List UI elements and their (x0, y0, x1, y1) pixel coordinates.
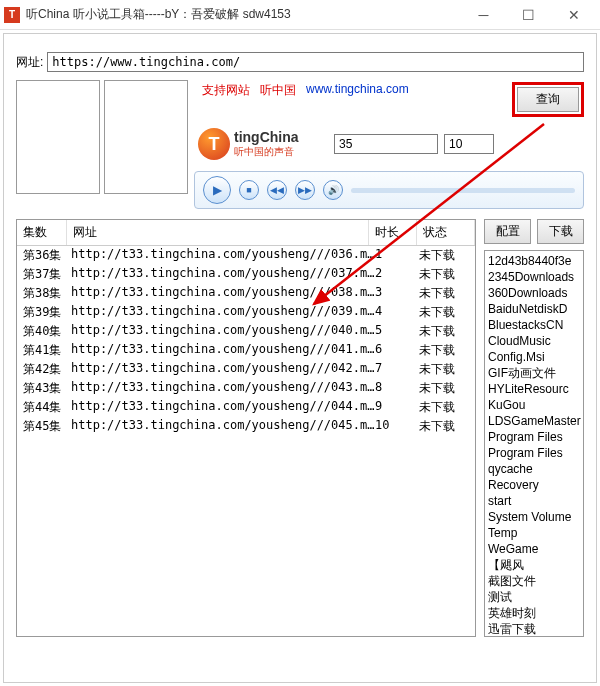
folder-item[interactable]: 12d43b8440f3e (487, 253, 581, 269)
config-button[interactable]: 配置 (484, 219, 531, 244)
query-button[interactable]: 查询 (517, 87, 579, 112)
table-row[interactable]: 第38集http://t33.tingchina.com/yousheng///… (17, 284, 475, 303)
volume-button[interactable]: 🔊 (323, 180, 343, 200)
url-input[interactable] (47, 52, 584, 72)
titlebar: T 听China 听小说工具箱-----bY：吾爱破解 sdw4153 ─ ☐ … (0, 0, 600, 30)
close-button[interactable]: ✕ (551, 1, 596, 29)
folder-item[interactable]: CloudMusic (487, 333, 581, 349)
folder-list[interactable]: 12d43b8440f3e2345Downloads360DownloadsBa… (484, 250, 584, 637)
folder-item[interactable]: 【飓风 (487, 557, 581, 573)
next-button[interactable]: ▶▶ (295, 180, 315, 200)
folder-item[interactable]: Program Files (487, 445, 581, 461)
folder-item[interactable]: 测试 (487, 589, 581, 605)
minimize-button[interactable]: ─ (461, 1, 506, 29)
media-player: ▶ ■ ◀◀ ▶▶ 🔊 (194, 171, 584, 209)
download-button[interactable]: 下载 (537, 219, 584, 244)
table-row[interactable]: 第40集http://t33.tingchina.com/yousheng///… (17, 322, 475, 341)
preview-pane-1 (16, 80, 100, 194)
folder-item[interactable]: 2345Downloads (487, 269, 581, 285)
folder-item[interactable]: BaiduNetdiskD (487, 301, 581, 317)
table-row[interactable]: 第41集http://t33.tingchina.com/yousheng///… (17, 341, 475, 360)
preview-pane-2 (104, 80, 188, 194)
folder-item[interactable]: 迅雷下载 (487, 621, 581, 637)
folder-item[interactable]: qycache (487, 461, 581, 477)
col-header-url[interactable]: 网址 (67, 220, 369, 245)
input-start[interactable] (334, 134, 438, 154)
folder-item[interactable]: Config.Msi (487, 349, 581, 365)
episode-list: 集数 网址 时长 状态 第36集http://t33.tingchina.com… (16, 219, 476, 637)
folder-item[interactable]: System Volume (487, 509, 581, 525)
site-link[interactable]: www.tingchina.com (306, 82, 409, 96)
folder-item[interactable]: 英雄时刻 (487, 605, 581, 621)
logo: T tingChina 听中国的声音 (198, 123, 328, 165)
folder-item[interactable]: BluestacksCN (487, 317, 581, 333)
logo-mark-icon: T (198, 128, 230, 160)
support-label: 支持网站 (202, 82, 250, 99)
folder-item[interactable]: Program Files (487, 429, 581, 445)
folder-item[interactable]: KuGou (487, 397, 581, 413)
app-icon: T (4, 7, 20, 23)
logo-text-en: tingChina (234, 129, 299, 145)
table-row[interactable]: 第42集http://t33.tingchina.com/yousheng///… (17, 360, 475, 379)
folder-item[interactable]: 360Downloads (487, 285, 581, 301)
stop-button[interactable]: ■ (239, 180, 259, 200)
site-name: 听中国 (260, 82, 296, 99)
folder-item[interactable]: WeGame (487, 541, 581, 557)
window-title: 听China 听小说工具箱-----bY：吾爱破解 sdw4153 (26, 6, 461, 23)
table-row[interactable]: 第36集http://t33.tingchina.com/yousheng///… (17, 246, 475, 265)
input-count[interactable] (444, 134, 494, 154)
url-label: 网址: (16, 54, 43, 71)
folder-item[interactable]: HYLiteResourc (487, 381, 581, 397)
prev-button[interactable]: ◀◀ (267, 180, 287, 200)
table-row[interactable]: 第45集http://t33.tingchina.com/yousheng///… (17, 417, 475, 436)
folder-item[interactable]: LDSGameMaster (487, 413, 581, 429)
progress-bar[interactable] (351, 188, 575, 193)
table-row[interactable]: 第44集http://t33.tingchina.com/yousheng///… (17, 398, 475, 417)
folder-item[interactable]: 截图文件 (487, 573, 581, 589)
col-header-episode[interactable]: 集数 (17, 220, 67, 245)
folder-item[interactable]: Recovery (487, 477, 581, 493)
folder-item[interactable]: start (487, 493, 581, 509)
table-row[interactable]: 第37集http://t33.tingchina.com/yousheng///… (17, 265, 475, 284)
col-header-duration[interactable]: 时长 (369, 220, 417, 245)
play-button[interactable]: ▶ (203, 176, 231, 204)
logo-text-cn: 听中国的声音 (234, 145, 299, 159)
table-row[interactable]: 第43集http://t33.tingchina.com/yousheng///… (17, 379, 475, 398)
col-header-status[interactable]: 状态 (417, 220, 475, 245)
table-row[interactable]: 第39集http://t33.tingchina.com/yousheng///… (17, 303, 475, 322)
folder-item[interactable]: GIF动画文件 (487, 365, 581, 381)
maximize-button[interactable]: ☐ (506, 1, 551, 29)
folder-item[interactable]: Temp (487, 525, 581, 541)
